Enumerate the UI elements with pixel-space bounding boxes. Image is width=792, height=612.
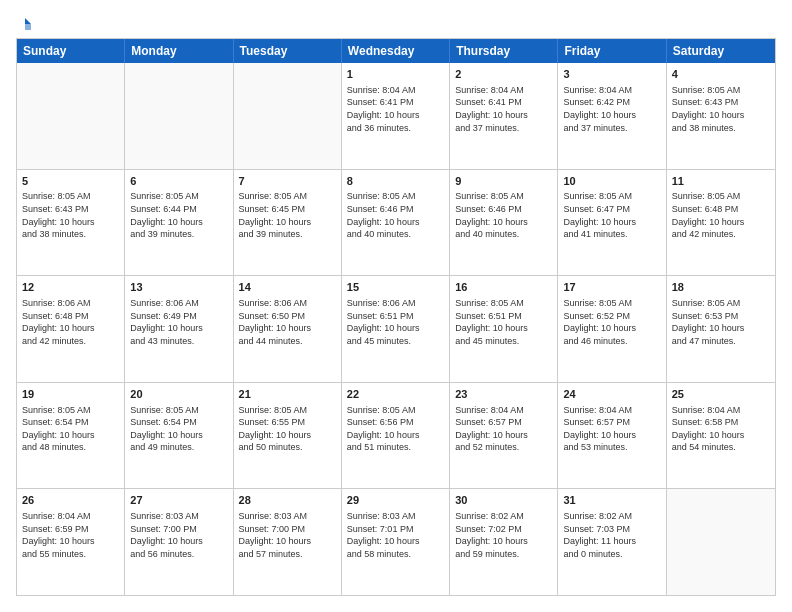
cell-info: Sunrise: 8:05 AM Sunset: 6:56 PM Dayligh… — [347, 404, 444, 454]
cell-info: Sunrise: 8:05 AM Sunset: 6:44 PM Dayligh… — [130, 190, 227, 240]
cell-date: 25 — [672, 387, 770, 402]
cell-info: Sunrise: 8:05 AM Sunset: 6:51 PM Dayligh… — [455, 297, 552, 347]
day-header-friday: Friday — [558, 39, 666, 63]
cell-info: Sunrise: 8:05 AM Sunset: 6:54 PM Dayligh… — [130, 404, 227, 454]
cell-date: 11 — [672, 174, 770, 189]
calendar-cell: 30Sunrise: 8:02 AM Sunset: 7:02 PM Dayli… — [450, 489, 558, 595]
cell-date: 30 — [455, 493, 552, 508]
calendar-week-1: 1Sunrise: 8:04 AM Sunset: 6:41 PM Daylig… — [17, 63, 775, 170]
cell-info: Sunrise: 8:03 AM Sunset: 7:00 PM Dayligh… — [239, 510, 336, 560]
cell-date: 24 — [563, 387, 660, 402]
page: SundayMondayTuesdayWednesdayThursdayFrid… — [0, 0, 792, 612]
cell-info: Sunrise: 8:04 AM Sunset: 6:42 PM Dayligh… — [563, 84, 660, 134]
cell-date: 22 — [347, 387, 444, 402]
calendar-body: 1Sunrise: 8:04 AM Sunset: 6:41 PM Daylig… — [17, 63, 775, 595]
cell-date: 12 — [22, 280, 119, 295]
cell-date: 1 — [347, 67, 444, 82]
cell-date: 3 — [563, 67, 660, 82]
calendar-cell: 17Sunrise: 8:05 AM Sunset: 6:52 PM Dayli… — [558, 276, 666, 382]
calendar-cell: 18Sunrise: 8:05 AM Sunset: 6:53 PM Dayli… — [667, 276, 775, 382]
cell-date: 17 — [563, 280, 660, 295]
cell-date: 16 — [455, 280, 552, 295]
cell-date: 7 — [239, 174, 336, 189]
cell-info: Sunrise: 8:03 AM Sunset: 7:00 PM Dayligh… — [130, 510, 227, 560]
cell-date: 13 — [130, 280, 227, 295]
calendar-cell: 14Sunrise: 8:06 AM Sunset: 6:50 PM Dayli… — [234, 276, 342, 382]
cell-info: Sunrise: 8:05 AM Sunset: 6:43 PM Dayligh… — [22, 190, 119, 240]
calendar-cell: 12Sunrise: 8:06 AM Sunset: 6:48 PM Dayli… — [17, 276, 125, 382]
svg-marker-0 — [25, 18, 31, 24]
cell-date: 27 — [130, 493, 227, 508]
cell-date: 19 — [22, 387, 119, 402]
day-header-sunday: Sunday — [17, 39, 125, 63]
calendar-cell — [234, 63, 342, 169]
cell-info: Sunrise: 8:05 AM Sunset: 6:46 PM Dayligh… — [455, 190, 552, 240]
calendar-week-2: 5Sunrise: 8:05 AM Sunset: 6:43 PM Daylig… — [17, 170, 775, 277]
calendar-cell — [17, 63, 125, 169]
calendar-cell: 24Sunrise: 8:04 AM Sunset: 6:57 PM Dayli… — [558, 383, 666, 489]
cell-date: 4 — [672, 67, 770, 82]
calendar-week-4: 19Sunrise: 8:05 AM Sunset: 6:54 PM Dayli… — [17, 383, 775, 490]
cell-date: 23 — [455, 387, 552, 402]
cell-date: 6 — [130, 174, 227, 189]
calendar-cell: 3Sunrise: 8:04 AM Sunset: 6:42 PM Daylig… — [558, 63, 666, 169]
cell-date: 31 — [563, 493, 660, 508]
calendar-cell: 22Sunrise: 8:05 AM Sunset: 6:56 PM Dayli… — [342, 383, 450, 489]
calendar-cell: 15Sunrise: 8:06 AM Sunset: 6:51 PM Dayli… — [342, 276, 450, 382]
calendar-week-3: 12Sunrise: 8:06 AM Sunset: 6:48 PM Dayli… — [17, 276, 775, 383]
calendar-cell: 23Sunrise: 8:04 AM Sunset: 6:57 PM Dayli… — [450, 383, 558, 489]
cell-info: Sunrise: 8:03 AM Sunset: 7:01 PM Dayligh… — [347, 510, 444, 560]
day-headers: SundayMondayTuesdayWednesdayThursdayFrid… — [17, 39, 775, 63]
cell-info: Sunrise: 8:05 AM Sunset: 6:55 PM Dayligh… — [239, 404, 336, 454]
cell-date: 21 — [239, 387, 336, 402]
calendar-cell: 11Sunrise: 8:05 AM Sunset: 6:48 PM Dayli… — [667, 170, 775, 276]
cell-info: Sunrise: 8:05 AM Sunset: 6:46 PM Dayligh… — [347, 190, 444, 240]
calendar-cell — [125, 63, 233, 169]
cell-info: Sunrise: 8:04 AM Sunset: 6:57 PM Dayligh… — [455, 404, 552, 454]
calendar-cell: 8Sunrise: 8:05 AM Sunset: 6:46 PM Daylig… — [342, 170, 450, 276]
calendar-cell: 6Sunrise: 8:05 AM Sunset: 6:44 PM Daylig… — [125, 170, 233, 276]
cell-info: Sunrise: 8:04 AM Sunset: 6:41 PM Dayligh… — [455, 84, 552, 134]
cell-info: Sunrise: 8:06 AM Sunset: 6:48 PM Dayligh… — [22, 297, 119, 347]
calendar-cell: 26Sunrise: 8:04 AM Sunset: 6:59 PM Dayli… — [17, 489, 125, 595]
cell-info: Sunrise: 8:05 AM Sunset: 6:47 PM Dayligh… — [563, 190, 660, 240]
cell-info: Sunrise: 8:05 AM Sunset: 6:48 PM Dayligh… — [672, 190, 770, 240]
cell-info: Sunrise: 8:06 AM Sunset: 6:50 PM Dayligh… — [239, 297, 336, 347]
day-header-thursday: Thursday — [450, 39, 558, 63]
cell-info: Sunrise: 8:05 AM Sunset: 6:52 PM Dayligh… — [563, 297, 660, 347]
calendar-cell: 16Sunrise: 8:05 AM Sunset: 6:51 PM Dayli… — [450, 276, 558, 382]
cell-info: Sunrise: 8:06 AM Sunset: 6:51 PM Dayligh… — [347, 297, 444, 347]
day-header-tuesday: Tuesday — [234, 39, 342, 63]
cell-date: 28 — [239, 493, 336, 508]
calendar-cell: 13Sunrise: 8:06 AM Sunset: 6:49 PM Dayli… — [125, 276, 233, 382]
calendar-cell: 5Sunrise: 8:05 AM Sunset: 6:43 PM Daylig… — [17, 170, 125, 276]
calendar-cell: 2Sunrise: 8:04 AM Sunset: 6:41 PM Daylig… — [450, 63, 558, 169]
cell-info: Sunrise: 8:05 AM Sunset: 6:43 PM Dayligh… — [672, 84, 770, 134]
cell-info: Sunrise: 8:04 AM Sunset: 6:59 PM Dayligh… — [22, 510, 119, 560]
cell-date: 20 — [130, 387, 227, 402]
calendar-cell: 20Sunrise: 8:05 AM Sunset: 6:54 PM Dayli… — [125, 383, 233, 489]
calendar-cell — [667, 489, 775, 595]
cell-info: Sunrise: 8:05 AM Sunset: 6:45 PM Dayligh… — [239, 190, 336, 240]
cell-info: Sunrise: 8:06 AM Sunset: 6:49 PM Dayligh… — [130, 297, 227, 347]
calendar-cell: 25Sunrise: 8:04 AM Sunset: 6:58 PM Dayli… — [667, 383, 775, 489]
cell-date: 18 — [672, 280, 770, 295]
calendar-cell: 1Sunrise: 8:04 AM Sunset: 6:41 PM Daylig… — [342, 63, 450, 169]
calendar-cell: 27Sunrise: 8:03 AM Sunset: 7:00 PM Dayli… — [125, 489, 233, 595]
day-header-saturday: Saturday — [667, 39, 775, 63]
calendar-cell: 29Sunrise: 8:03 AM Sunset: 7:01 PM Dayli… — [342, 489, 450, 595]
cell-date: 26 — [22, 493, 119, 508]
cell-date: 10 — [563, 174, 660, 189]
cell-date: 9 — [455, 174, 552, 189]
calendar-cell: 9Sunrise: 8:05 AM Sunset: 6:46 PM Daylig… — [450, 170, 558, 276]
cell-info: Sunrise: 8:04 AM Sunset: 6:41 PM Dayligh… — [347, 84, 444, 134]
calendar: SundayMondayTuesdayWednesdayThursdayFrid… — [16, 38, 776, 596]
cell-date: 14 — [239, 280, 336, 295]
cell-info: Sunrise: 8:04 AM Sunset: 6:58 PM Dayligh… — [672, 404, 770, 454]
cell-date: 15 — [347, 280, 444, 295]
logo — [16, 16, 34, 28]
calendar-cell: 28Sunrise: 8:03 AM Sunset: 7:00 PM Dayli… — [234, 489, 342, 595]
cell-date: 2 — [455, 67, 552, 82]
day-header-wednesday: Wednesday — [342, 39, 450, 63]
cell-info: Sunrise: 8:04 AM Sunset: 6:57 PM Dayligh… — [563, 404, 660, 454]
